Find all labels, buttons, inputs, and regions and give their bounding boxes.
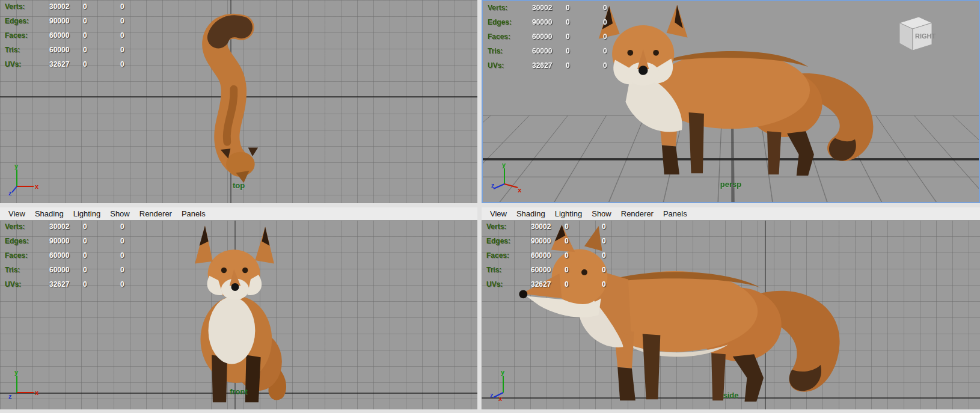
poly-count-component: 0 <box>602 251 626 260</box>
poly-count-label: Faces: <box>488 32 532 41</box>
menu-item[interactable]: Renderer <box>616 209 658 218</box>
poly-count-row: UVs: 32627 0 0 <box>486 280 626 295</box>
viewport-side[interactable]: View Shading Lighting Show Renderer Pane… <box>482 207 980 409</box>
poly-count-hud: Verts: 30002 0 0 Edges: 90000 0 0 Faces:… <box>5 222 144 295</box>
menu-item[interactable]: Renderer <box>135 209 177 218</box>
poly-count-total: 60000 <box>531 266 565 274</box>
poly-count-total: 30002 <box>531 222 565 231</box>
poly-count-component: 0 <box>602 280 626 289</box>
poly-count-component: 0 <box>120 46 144 54</box>
axis-gizmo: y x z <box>8 162 40 196</box>
poly-count-total: 32627 <box>531 280 565 289</box>
poly-count-total: 32627 <box>49 280 83 289</box>
poly-count-selected: 0 <box>83 266 120 274</box>
poly-count-component: 0 <box>603 32 627 41</box>
viewport-side-canvas[interactable]: side y x z Verts: 30002 0 0 Edges: 90000 <box>482 220 980 409</box>
menu-item[interactable]: Shading <box>512 209 550 218</box>
poly-count-row: Faces: 60000 0 0 <box>5 251 144 266</box>
menu-item[interactable]: Shading <box>30 209 69 218</box>
menu-item[interactable]: Panels <box>658 209 692 218</box>
poly-count-row: Edges: 90000 0 0 <box>488 18 627 32</box>
menu-item[interactable]: Lighting <box>550 209 587 218</box>
poly-count-component: 0 <box>602 266 626 274</box>
view-cube-right-face-label: RIGHT <box>915 32 936 40</box>
viewport-front[interactable]: View Shading Lighting Show Renderer Pane… <box>0 207 477 409</box>
poly-count-label: Verts: <box>488 4 532 12</box>
poly-count-selected: 0 <box>566 4 603 12</box>
viewport-label: side <box>723 391 738 400</box>
poly-count-selected: 0 <box>83 237 120 245</box>
poly-count-selected: 0 <box>83 280 120 289</box>
menu-item[interactable]: Show <box>105 209 135 218</box>
pane-divider-horizontal[interactable] <box>0 203 980 207</box>
poly-count-label: Edges: <box>5 237 49 245</box>
view-cube[interactable]: RIGHT <box>889 14 937 58</box>
poly-count-label: Tris: <box>486 266 531 274</box>
poly-count-row: Faces: 60000 0 0 <box>5 31 144 46</box>
poly-count-total: 32627 <box>49 60 83 69</box>
poly-count-selected: 0 <box>565 222 602 231</box>
axis-z-label: z <box>8 393 12 400</box>
poly-count-component: 0 <box>603 4 627 12</box>
viewport-label: persp <box>720 180 741 189</box>
poly-count-component: 0 <box>120 251 144 260</box>
poly-count-selected: 0 <box>565 266 602 274</box>
poly-count-label: Faces: <box>486 251 531 260</box>
poly-count-total: 90000 <box>49 237 83 245</box>
poly-count-selected: 0 <box>566 61 603 70</box>
fox-model-front-view[interactable] <box>179 221 291 405</box>
axis-z-label: z <box>491 182 495 189</box>
poly-count-hud: Verts: 30002 0 0 Edges: 90000 0 0 Faces:… <box>488 4 627 76</box>
menu-item[interactable]: Show <box>587 209 616 218</box>
axis-y-label: y <box>501 369 505 376</box>
poly-count-component: 0 <box>120 237 144 245</box>
poly-count-selected: 0 <box>83 222 120 231</box>
poly-count-selected: 0 <box>566 18 603 26</box>
viewport-label: front <box>230 387 248 396</box>
viewport-persp[interactable]: RIGHT persp y x z Verts: 30002 0 0 Edg <box>482 0 980 203</box>
menu-item[interactable]: View <box>4 209 30 218</box>
poly-count-label: Faces: <box>5 251 49 260</box>
poly-count-total: 30002 <box>532 4 566 12</box>
poly-count-total: 60000 <box>531 251 565 260</box>
poly-count-row: Tris: 60000 0 0 <box>488 47 627 61</box>
viewport-top-canvas[interactable]: top y x z Verts: 30002 0 0 Edges: 9000 <box>0 0 477 203</box>
viewport-persp-canvas[interactable]: RIGHT persp y x z Verts: 30002 0 0 Edg <box>483 1 979 202</box>
poly-count-label: Tris: <box>488 47 532 55</box>
poly-count-component: 0 <box>120 31 144 40</box>
menu-item[interactable]: View <box>485 209 512 218</box>
poly-count-total: 30002 <box>49 2 83 11</box>
poly-count-label: UVs: <box>488 61 532 70</box>
poly-count-selected: 0 <box>566 32 603 41</box>
poly-count-row: Edges: 90000 0 0 <box>486 237 626 251</box>
poly-count-label: Tris: <box>5 46 49 54</box>
axis-x-label: x <box>498 395 503 402</box>
poly-count-label: UVs: <box>5 60 49 69</box>
poly-count-selected: 0 <box>83 60 120 69</box>
poly-count-total: 90000 <box>49 17 83 25</box>
poly-count-component: 0 <box>120 266 144 274</box>
viewport-front-canvas[interactable]: front y x z Verts: 30002 0 0 Edges: 9000… <box>0 220 477 409</box>
poly-count-selected: 0 <box>565 280 602 289</box>
menu-item[interactable]: Panels <box>177 209 210 218</box>
axis-y-label: y <box>502 161 506 168</box>
poly-count-selected: 0 <box>83 46 120 54</box>
poly-count-label: Edges: <box>486 237 531 245</box>
poly-count-total: 60000 <box>49 46 83 54</box>
poly-count-hud: Verts: 30002 0 0 Edges: 90000 0 0 Faces:… <box>486 222 626 295</box>
poly-count-row: Verts: 30002 0 0 <box>5 2 144 17</box>
poly-count-row: Faces: 60000 0 0 <box>488 32 627 47</box>
poly-count-total: 60000 <box>532 47 566 55</box>
poly-count-total: 60000 <box>49 266 83 274</box>
viewport-top[interactable]: top y x z Verts: 30002 0 0 Edges: 9000 <box>0 0 477 204</box>
axis-gizmo: y x z <box>8 369 40 402</box>
poly-count-label: Edges: <box>5 17 49 25</box>
menu-item[interactable]: Lighting <box>69 209 106 218</box>
fox-model-top-view[interactable] <box>186 8 286 186</box>
poly-count-row: Verts: 30002 0 0 <box>486 222 626 237</box>
poly-count-label: Tris: <box>5 266 49 274</box>
poly-count-total: 30002 <box>49 222 83 231</box>
viewport-label: top <box>233 181 245 190</box>
poly-count-selected: 0 <box>566 47 603 55</box>
poly-count-label: Faces: <box>5 31 49 40</box>
